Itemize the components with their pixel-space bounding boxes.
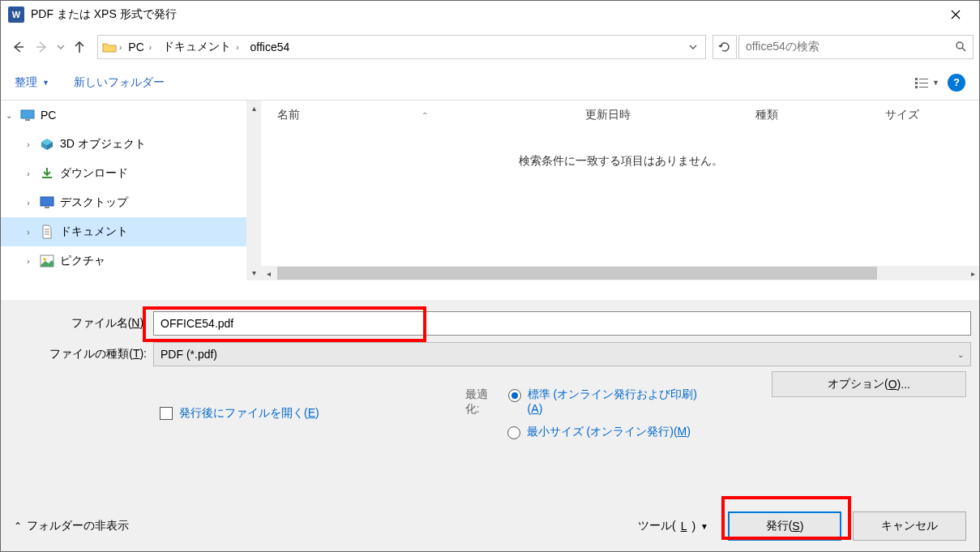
column-headers[interactable]: 名前 ⌃ 更新日時 種類 サイズ bbox=[261, 101, 980, 130]
close-button[interactable] bbox=[939, 2, 972, 27]
open-after-checkbox[interactable]: 発行後にファイルを開く(E) bbox=[160, 387, 319, 439]
chevron-down-icon[interactable] bbox=[689, 44, 697, 50]
help-button[interactable]: ? bbox=[948, 74, 965, 92]
file-list[interactable]: 名前 ⌃ 更新日時 種類 サイズ 検索条件に一致する項目はありません。 ◂ ▸ bbox=[261, 101, 980, 280]
tree-item-pc[interactable]: ⌄ PC bbox=[0, 101, 261, 130]
publish-button[interactable]: 発行(S) bbox=[728, 511, 841, 541]
dialog-title: PDF または XPS 形式で発行 bbox=[31, 7, 177, 22]
chevron-down-icon[interactable]: ⌄ bbox=[3, 111, 15, 120]
tree-item-documents[interactable]: › ドキュメント bbox=[0, 217, 261, 246]
svg-rect-5 bbox=[915, 86, 918, 88]
arrow-right-icon bbox=[35, 40, 49, 54]
tools-menu[interactable]: ツール(L) ▼ bbox=[638, 519, 708, 533]
svg-rect-8 bbox=[25, 119, 30, 121]
nav-history-dropdown[interactable] bbox=[55, 43, 66, 52]
scroll-up-icon[interactable]: ▴ bbox=[252, 101, 256, 116]
chevron-up-icon: ⌃ bbox=[14, 520, 22, 532]
optimize-standard-radio[interactable] bbox=[508, 389, 521, 402]
main-area: ⌄ PC › 3D オブジェクト › ダウンロード › デスクトップ › ドキュ… bbox=[0, 101, 980, 280]
column-name[interactable]: 名前 ⌃ bbox=[277, 108, 585, 122]
document-icon bbox=[39, 225, 55, 239]
arrow-left-icon bbox=[11, 40, 25, 54]
tree-item-label: ピクチャ bbox=[60, 254, 105, 268]
options-button[interactable]: オプション(O)... bbox=[772, 371, 966, 397]
chevron-right-icon[interactable]: › bbox=[23, 199, 34, 208]
search-icon bbox=[955, 41, 966, 54]
footer: ⌃ フォルダーの非表示 ツール(L) ▼ 発行(S) キャンセル bbox=[1, 501, 979, 551]
toolbar: 整理 ▼ 新しいフォルダー ▼ ? bbox=[0, 65, 980, 101]
column-date[interactable]: 更新日時 bbox=[585, 108, 755, 122]
svg-rect-10 bbox=[41, 197, 53, 206]
new-folder-button[interactable]: 新しいフォルダー bbox=[74, 75, 165, 90]
scroll-right-icon[interactable]: ▸ bbox=[965, 269, 980, 278]
scrollbar-thumb[interactable] bbox=[277, 267, 877, 280]
column-type[interactable]: 種類 bbox=[755, 108, 885, 122]
desktop-icon bbox=[39, 195, 55, 210]
chevron-right-icon[interactable]: › bbox=[23, 169, 34, 178]
refresh-icon bbox=[718, 41, 731, 53]
organize-menu[interactable]: 整理 ▼ bbox=[15, 75, 49, 90]
view-options-button[interactable]: ▼ bbox=[914, 77, 939, 88]
pictures-icon bbox=[39, 254, 55, 268]
svg-rect-9 bbox=[42, 177, 52, 178]
svg-rect-2 bbox=[919, 79, 928, 79]
word-icon: W bbox=[8, 6, 24, 23]
scroll-left-icon[interactable]: ◂ bbox=[261, 269, 276, 278]
close-icon bbox=[951, 10, 961, 19]
breadcrumb-office54[interactable]: office54 bbox=[245, 41, 294, 53]
folder-tree[interactable]: ⌄ PC › 3D オブジェクト › ダウンロード › デスクトップ › ドキュ… bbox=[0, 101, 261, 280]
tree-item-pictures[interactable]: › ピクチャ bbox=[0, 246, 261, 276]
filename-label: ファイル名(N): bbox=[9, 316, 153, 331]
chevron-right-icon[interactable]: › bbox=[23, 228, 34, 237]
scroll-down-icon[interactable]: ▾ bbox=[252, 265, 256, 280]
svg-point-0 bbox=[956, 42, 963, 49]
breadcrumb-pc[interactable]: PC› bbox=[123, 41, 156, 53]
bottom-panel: ファイル名(N): ファイルの種類(T): PDF (*.pdf) ⌄ 発行後に… bbox=[1, 300, 979, 551]
tree-item-downloads[interactable]: › ダウンロード bbox=[0, 159, 261, 188]
svg-rect-6 bbox=[919, 87, 928, 88]
hide-folders-button[interactable]: ⌃ フォルダーの非表示 bbox=[14, 519, 129, 533]
tree-item-label: デスクトップ bbox=[60, 195, 128, 210]
refresh-button[interactable] bbox=[713, 35, 737, 59]
tree-item-desktop[interactable]: › デスクトップ bbox=[0, 188, 261, 217]
search-placeholder: office54の検索 bbox=[746, 40, 955, 54]
tree-item-3d-objects[interactable]: › 3D オブジェクト bbox=[0, 130, 261, 159]
column-size[interactable]: サイズ bbox=[885, 108, 980, 122]
nav-forward-button[interactable] bbox=[31, 36, 53, 58]
svg-point-13 bbox=[43, 258, 46, 261]
titlebar: W PDF または XPS 形式で発行 bbox=[0, 0, 980, 29]
optimize-minimum-label: 最小サイズ (オンライン発行)(M) bbox=[527, 425, 691, 439]
chevron-down-icon: ▼ bbox=[932, 79, 939, 87]
horizontal-scrollbar[interactable]: ◂ ▸ bbox=[261, 266, 980, 280]
empty-message: 検索条件に一致する項目はありません。 bbox=[261, 130, 980, 169]
breadcrumb-documents[interactable]: ドキュメント› bbox=[158, 40, 243, 54]
chevron-right-icon[interactable]: › bbox=[23, 257, 34, 266]
chevron-down-icon: ▼ bbox=[42, 79, 49, 87]
cancel-button[interactable]: キャンセル bbox=[853, 511, 966, 541]
tree-item-label: PC bbox=[41, 109, 56, 122]
chevron-down-icon: ⌄ bbox=[957, 350, 964, 359]
optimize-group: 最適化: 標準 (オンライン発行および印刷)(A) 最小サイズ (オンライン発行… bbox=[465, 387, 708, 439]
address-bar[interactable]: › PC› ドキュメント› office54 bbox=[97, 35, 706, 59]
svg-rect-1 bbox=[915, 78, 918, 80]
tree-scrollbar[interactable]: ▴ ▾ bbox=[246, 101, 261, 280]
filetype-select[interactable]: PDF (*.pdf) ⌄ bbox=[153, 342, 971, 366]
nav-back-button[interactable] bbox=[6, 36, 29, 58]
pc-icon bbox=[19, 108, 36, 122]
chevron-right-icon[interactable]: › bbox=[23, 140, 34, 149]
tree-item-label: ダウンロード bbox=[60, 166, 128, 181]
open-after-label: 発行後にファイルを開く(E) bbox=[179, 406, 319, 421]
chevron-down-icon bbox=[57, 44, 65, 50]
optimize-minimum-radio[interactable] bbox=[507, 426, 520, 439]
filetype-label: ファイルの種類(T): bbox=[9, 347, 153, 362]
filename-input[interactable] bbox=[153, 311, 971, 336]
checkbox-icon bbox=[160, 407, 173, 420]
nav-up-button[interactable] bbox=[68, 36, 91, 58]
chevron-down-icon: ▼ bbox=[700, 522, 708, 531]
download-icon bbox=[39, 166, 55, 181]
filetype-row: ファイルの種類(T): PDF (*.pdf) ⌄ bbox=[9, 342, 971, 366]
optimize-label: 最適化: bbox=[465, 387, 502, 417]
tree-item-label: 3D オブジェクト bbox=[60, 137, 146, 152]
search-input[interactable]: office54の検索 bbox=[738, 35, 974, 59]
cube-icon bbox=[39, 137, 55, 152]
